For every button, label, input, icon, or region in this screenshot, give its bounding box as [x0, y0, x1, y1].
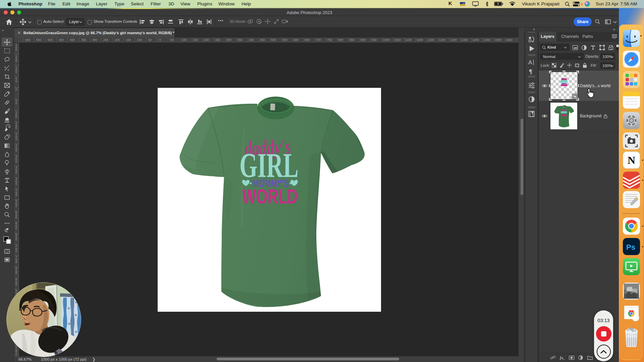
svg-text:fx: fx: [560, 355, 564, 360]
svg-text:¶: ¶: [529, 68, 532, 75]
svg-text:N: N: [628, 154, 635, 166]
svg-text:WORLD: WORLD: [243, 185, 298, 208]
svg-text:A: A: [528, 59, 532, 66]
svg-text:Ps: Ps: [626, 243, 635, 251]
